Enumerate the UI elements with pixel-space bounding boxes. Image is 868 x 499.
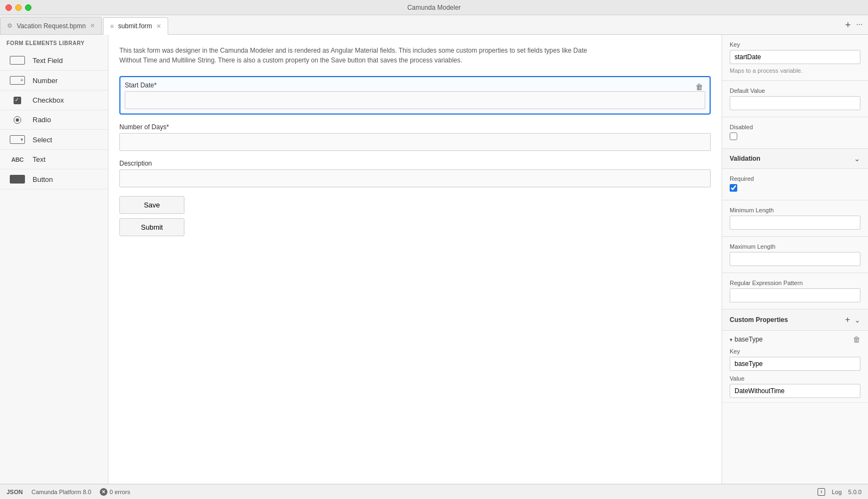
description-input[interactable]: [119, 169, 711, 187]
max-length-label: Maximum Length: [730, 243, 860, 250]
text-icon: ABC: [9, 156, 26, 163]
custom-props-title: Custom Properties: [730, 316, 788, 324]
start-date-field[interactable]: Start Date* 🗑: [119, 76, 711, 115]
submit-button[interactable]: Submit: [119, 218, 184, 236]
sidebar-item-select-label: Select: [33, 136, 52, 144]
sidebar-item-text-field-label: Text Field: [33, 56, 63, 65]
regex-section: Regular Expression Pattern: [722, 273, 868, 309]
sidebar-item-number-label: Number: [33, 77, 58, 85]
error-icon: ✕: [100, 488, 107, 496]
sidebar-item-text-field[interactable]: Text Field: [0, 50, 108, 71]
number-days-input[interactable]: [119, 133, 711, 151]
basetype-name: ▾ baseType: [730, 336, 763, 343]
validation-section-header[interactable]: Validation ⌄: [722, 149, 868, 169]
tab-bpmn[interactable]: ⚙ Vacation Request.bpmn ✕: [0, 17, 102, 34]
error-status: ✕ 0 errors: [100, 488, 130, 496]
regex-label: Regular Expression Pattern: [730, 280, 860, 286]
checkbox-icon: [9, 97, 26, 104]
tab-form[interactable]: ≡ submit.form ✕: [103, 17, 168, 35]
default-value-section: Default Value: [722, 81, 868, 117]
custom-props-actions: + ⌄: [845, 315, 860, 325]
basetype-delete[interactable]: 🗑: [853, 335, 860, 344]
validation-collapse-icon[interactable]: ⌄: [854, 154, 860, 163]
min-length-section: Minimum Length: [722, 200, 868, 237]
sidebar-item-radio-label: Radio: [33, 116, 51, 124]
custom-props-section-header[interactable]: Custom Properties + ⌄: [722, 309, 868, 331]
sidebar-item-select[interactable]: Select: [0, 130, 108, 150]
app-title: Camunda Modeler: [407, 4, 461, 11]
sidebar-item-text[interactable]: ABC Text: [0, 150, 108, 169]
tab-bar: ⚙ Vacation Request.bpmn ✕ ≡ submit.form …: [0, 15, 868, 35]
start-date-label: Start Date*: [125, 81, 705, 89]
basetype-header: ▾ baseType 🗑: [730, 335, 860, 344]
validation-title: Validation: [730, 155, 761, 162]
start-date-delete[interactable]: 🗑: [693, 81, 705, 92]
save-button[interactable]: Save: [119, 196, 184, 214]
number-icon: [9, 76, 26, 85]
start-date-input[interactable]: [125, 91, 705, 109]
max-length-section: Maximum Length: [722, 237, 868, 273]
basetype-key-input[interactable]: [730, 357, 860, 371]
app-body: FORM ELEMENTS LIBRARY Text Field Number …: [0, 35, 868, 484]
number-days-field[interactable]: Number of Days*: [119, 123, 711, 151]
errors-label: 0 errors: [110, 489, 130, 495]
disabled-label: Disabled: [730, 124, 860, 130]
basetype-chevron[interactable]: ▾: [730, 337, 732, 343]
info-icon[interactable]: i: [818, 488, 825, 496]
minimize-button[interactable]: [15, 4, 22, 11]
status-bar: JSON Camunda Platform 8.0 ✕ 0 errors i L…: [0, 484, 868, 499]
tab-actions: + ···: [845, 19, 863, 30]
basetype-value-input[interactable]: [730, 384, 860, 398]
min-length-input[interactable]: [730, 216, 860, 230]
properties-panel: Key Maps to a process variable. Default …: [722, 35, 868, 484]
select-icon: [9, 135, 26, 144]
basetype-value-section: Value: [730, 375, 860, 398]
log-label[interactable]: Log: [832, 489, 841, 495]
custom-props-add-button[interactable]: +: [845, 315, 850, 325]
default-value-label: Default Value: [730, 87, 860, 94]
custom-props-collapse-icon[interactable]: ⌄: [854, 316, 860, 324]
tab-form-label: submit.form: [118, 22, 152, 30]
button-icon: [9, 175, 26, 184]
required-label: Required: [730, 175, 860, 182]
maps-hint: Maps to a process variable.: [730, 67, 860, 74]
basetype-value-label: Value: [730, 375, 860, 382]
tab-form-close[interactable]: ✕: [156, 23, 161, 30]
description-field[interactable]: Description: [119, 160, 711, 187]
version-label: 5.0.0: [848, 489, 861, 495]
basetype-key-section: Key: [730, 348, 860, 375]
canvas-description: This task form was designer in the Camun…: [119, 46, 608, 65]
number-days-label: Number of Days*: [119, 123, 711, 131]
sidebar-item-checkbox[interactable]: Checkbox: [0, 91, 108, 110]
sidebar-item-number[interactable]: Number: [0, 71, 108, 91]
description-label: Description: [119, 160, 711, 167]
regex-input[interactable]: [730, 288, 860, 302]
sidebar-item-checkbox-label: Checkbox: [33, 96, 64, 104]
form-elements-sidebar: FORM ELEMENTS LIBRARY Text Field Number …: [0, 35, 108, 484]
form-icon: ≡: [110, 23, 113, 29]
title-bar: Camunda Modeler: [0, 0, 868, 15]
tab-bpmn-close[interactable]: ✕: [90, 22, 95, 29]
sidebar-item-button[interactable]: Button: [0, 169, 108, 190]
key-input[interactable]: [730, 50, 860, 64]
basetype-key-label: Key: [730, 348, 860, 355]
close-button[interactable]: [5, 4, 12, 11]
text-field-icon: [9, 56, 26, 65]
main-canvas: This task form was designer in the Camun…: [108, 35, 722, 484]
required-checkbox[interactable]: [730, 184, 737, 192]
disabled-checkbox[interactable]: [730, 132, 737, 140]
min-length-label: Minimum Length: [730, 207, 860, 213]
add-tab-button[interactable]: +: [845, 19, 851, 30]
max-length-input[interactable]: [730, 252, 860, 266]
key-label: Key: [730, 41, 860, 48]
sidebar-item-radio[interactable]: Radio: [0, 110, 108, 130]
maximize-button[interactable]: [25, 4, 31, 11]
tab-bpmn-label: Vacation Request.bpmn: [17, 22, 86, 30]
basetype-label: baseType: [735, 336, 763, 343]
sidebar-item-button-label: Button: [33, 175, 53, 184]
key-section: Key Maps to a process variable.: [722, 35, 868, 81]
more-tabs-button[interactable]: ···: [856, 19, 863, 30]
json-label[interactable]: JSON: [7, 489, 23, 495]
traffic-lights: [5, 4, 31, 11]
default-value-input[interactable]: [730, 96, 860, 110]
